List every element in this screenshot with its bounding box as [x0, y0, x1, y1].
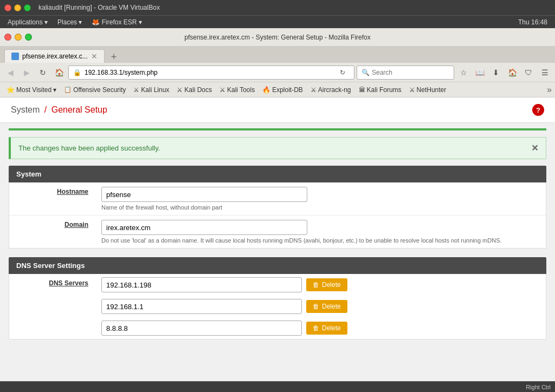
reload-address-btn[interactable]: ↻	[335, 66, 350, 80]
exploit-db-icon: 🔥	[262, 86, 270, 94]
tab-favicon	[11, 53, 19, 60]
bookmark-kali-linux[interactable]: ⚔ Kali Linux	[130, 85, 172, 95]
bookmark-exploit-db[interactable]: 🔥 Exploit-DB	[259, 85, 306, 95]
window-title: kaliaudit [Running] - Oracle VM VirtualB…	[38, 4, 160, 11]
dns-row-1: 🗑 Delete	[96, 274, 546, 296]
window-controls	[4, 4, 31, 11]
breadcrumb-current: General Setup	[51, 105, 107, 114]
menu-places[interactable]: Places ▾	[53, 17, 86, 27]
domain-row: Domain Do not use 'local' as a domain na…	[9, 215, 546, 248]
delete-label-2: Delete	[322, 303, 341, 310]
home-nav-btn[interactable]: 🏠	[505, 66, 519, 80]
browser-window-controls	[4, 34, 32, 41]
trash-icon-3: 🗑	[313, 324, 319, 332]
kali-tools-icon: ⚔	[220, 86, 225, 94]
dns-fields: 🗑 Delete 🗑 Delete	[96, 274, 546, 339]
dns-row-3: 🗑 Delete	[96, 317, 546, 339]
help-button[interactable]: ?	[532, 104, 544, 116]
browser-title: pfsense.irex.aretex.cm - System: General…	[184, 34, 370, 41]
bookmarks-bar: ⭐ Most Visited ▾ 📋 Offensive Security ⚔ …	[0, 82, 555, 97]
menu-applications[interactable]: Applications ▾	[3, 17, 52, 27]
search-icon: 🔍	[362, 69, 370, 76]
alert-close-btn[interactable]: ✕	[531, 143, 538, 153]
bookmark-star-btn[interactable]: ☆	[456, 66, 470, 80]
new-tab-btn[interactable]: +	[108, 51, 120, 63]
os-titlebar: kaliaudit [Running] - Oracle VM VirtualB…	[0, 0, 555, 15]
back-button: ◀	[3, 66, 17, 80]
star-icon: ⭐	[7, 86, 15, 94]
browser-min[interactable]	[15, 34, 22, 41]
dns-label: DNS Servers	[9, 274, 96, 292]
bookmarks-more-btn[interactable]: »	[547, 85, 552, 95]
hostname-field: Name of the firewall host, without domai…	[96, 182, 546, 215]
bookmark-kali-forums[interactable]: 🏛 Kali Forums	[356, 85, 405, 95]
delete-dns-1-button[interactable]: 🗑 Delete	[306, 278, 347, 291]
bookmark-most-visited[interactable]: ⭐ Most Visited ▾	[3, 85, 60, 95]
domain-help: Do not use 'local' as a domain name. It …	[101, 237, 540, 244]
refresh-button[interactable]: ↻	[36, 66, 50, 80]
search-box[interactable]: 🔍	[357, 66, 454, 80]
close-btn[interactable]	[4, 4, 11, 11]
domain-field: Do not use 'local' as a domain name. It …	[96, 215, 546, 248]
bookmark-most-visited-label: Most Visited	[16, 86, 51, 94]
forward-button: ▶	[20, 66, 34, 80]
bookmark-docs-label: Kali Docs	[184, 86, 212, 94]
pfsense-page: System / General Setup ? The changes hav…	[0, 97, 555, 339]
dns-row: DNS Servers 🗑 Delete 🗑	[9, 274, 546, 339]
bookmark-kali-docs[interactable]: ⚔ Kali Docs	[173, 85, 215, 95]
delete-label-3: Delete	[322, 324, 341, 332]
breadcrumb: System / General Setup	[11, 105, 107, 115]
minimize-btn[interactable]	[14, 4, 21, 11]
page-header: System / General Setup ?	[0, 97, 555, 123]
bookmark-aircrack[interactable]: ⚔ Aircrack-ng	[307, 85, 354, 95]
dns-input-3[interactable]	[101, 321, 302, 336]
address-bar[interactable]: 🔒 ↻	[68, 66, 354, 80]
offensive-security-icon: 📋	[64, 86, 72, 93]
menu-firefox[interactable]: 🦊 Firefox ESR ▾	[87, 17, 146, 27]
status-bar: Right Ctrl	[0, 381, 555, 392]
home-button[interactable]: 🏠	[52, 66, 66, 80]
page-content: System / General Setup ? The changes hav…	[0, 97, 555, 381]
dns-row-2: 🗑 Delete	[96, 296, 546, 317]
dns-form-table: DNS Servers 🗑 Delete 🗑	[9, 274, 546, 339]
delete-dns-2-button[interactable]: 🗑 Delete	[306, 300, 347, 313]
shield-nav-btn[interactable]: 🛡	[521, 66, 535, 80]
bookmark-manage-btn[interactable]: 📖	[473, 66, 487, 80]
dns-input-2[interactable]	[101, 299, 302, 314]
domain-input[interactable]	[101, 220, 307, 235]
bookmark-aircrack-label: Aircrack-ng	[318, 86, 351, 94]
breadcrumb-root[interactable]: System	[11, 105, 40, 114]
kali-forums-icon: 🏛	[359, 86, 365, 94]
trash-icon-2: 🗑	[313, 303, 319, 310]
search-input[interactable]	[372, 69, 453, 76]
hostname-row: Hostname Name of the firewall host, with…	[9, 182, 546, 215]
active-tab[interactable]: pfsense.irex.aretex.c... ✕	[4, 49, 105, 63]
lock-icon: 🔒	[73, 69, 81, 76]
delete-dns-3-button[interactable]: 🗑 Delete	[306, 322, 347, 335]
alert-success: The changes have been applied successful…	[9, 137, 546, 159]
aircrack-icon: ⚔	[311, 86, 317, 94]
maximize-btn[interactable]	[24, 4, 31, 11]
bookmark-nethunter[interactable]: ⚔ NetHunter	[406, 85, 450, 95]
browser-titlebar: pfsense.irex.aretex.cm - System: General…	[0, 28, 555, 47]
browser-close[interactable]	[4, 34, 11, 41]
success-top-border	[9, 128, 546, 130]
bookmark-kali-tools[interactable]: ⚔ Kali Tools	[216, 85, 258, 95]
dns-input-1[interactable]	[101, 277, 302, 292]
tab-bar: pfsense.irex.aretex.c... ✕ +	[0, 47, 555, 63]
trash-icon-1: 🗑	[313, 281, 319, 289]
browser-max[interactable]	[25, 34, 32, 41]
menu-btn[interactable]: ☰	[538, 66, 552, 80]
bookmark-offensive-security[interactable]: 📋 Offensive Security	[61, 85, 129, 95]
download-btn[interactable]: ⬇	[489, 66, 503, 80]
delete-label-1: Delete	[322, 281, 341, 289]
hostname-help: Name of the firewall host, without domai…	[101, 204, 540, 211]
section-system-header: System	[9, 166, 546, 182]
navigation-bar: ◀ ▶ ↻ 🏠 🔒 ↻ 🔍 ☆ 📖 ⬇ 🏠 🛡 ☰	[0, 63, 555, 82]
alert-message: The changes have been applied successful…	[18, 144, 160, 152]
tab-close-btn[interactable]: ✕	[91, 52, 98, 61]
hostname-input[interactable]	[101, 187, 307, 202]
kali-linux-icon: ⚔	[133, 86, 139, 94]
os-clock: Thu 16:48	[514, 17, 552, 27]
address-input[interactable]	[85, 69, 332, 76]
